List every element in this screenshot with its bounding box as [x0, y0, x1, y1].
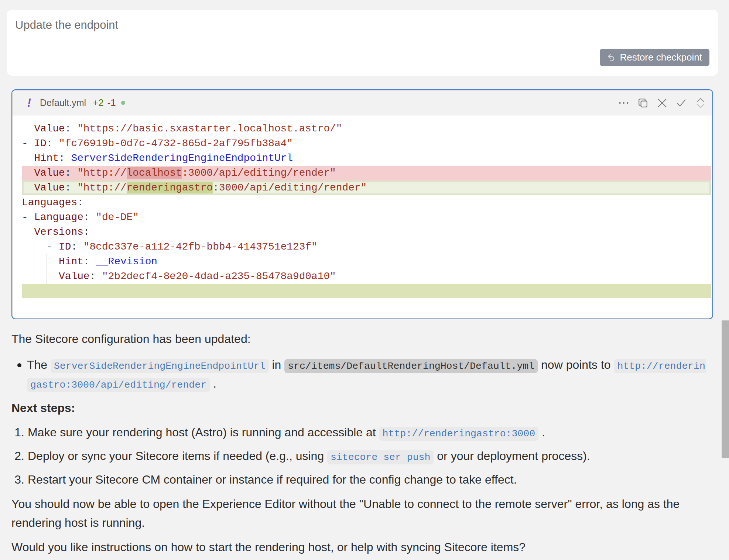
code-token: Versions	[34, 226, 83, 238]
indent-guide	[47, 269, 47, 284]
code-token: :3000/api/editing/render"	[182, 167, 336, 179]
code-line: - ID: "8cdc337e-a112-42fb-bbb4-4143751e1…	[22, 240, 711, 254]
code-token: :	[83, 256, 96, 267]
inline-code: http://renderingastro:3000	[379, 427, 538, 441]
text-run: Next steps:	[11, 401, 75, 415]
code-token: localhost	[127, 167, 182, 179]
code-token	[22, 271, 59, 282]
code-token: :	[59, 152, 71, 164]
indent-guide	[22, 269, 22, 284]
diff-toolbar	[617, 96, 707, 110]
code-token: "de-DE"	[96, 212, 139, 223]
ellipsis-icon	[617, 96, 630, 110]
code-token: Value	[34, 167, 65, 179]
close-icon	[656, 96, 669, 110]
code-token: "2b2decf4-8e20-4dad-a235-85478a9d0a10"	[102, 271, 336, 282]
indent-guide	[34, 269, 34, 284]
indent-guide	[34, 254, 34, 269]
response-paragraph: Would you like instructions on how to st…	[11, 538, 725, 557]
text-run: Restart your Sitecore CM container or in…	[28, 473, 517, 486]
code-token	[22, 182, 34, 193]
indent-guide	[22, 121, 22, 136]
inline-code-filepath[interactable]: src/items/DefaultRenderingHost/Default.y…	[284, 359, 538, 373]
code-token: :	[83, 226, 90, 238]
code-token	[22, 123, 34, 134]
discard-button[interactable]	[656, 96, 669, 110]
keep-button[interactable]	[675, 96, 688, 110]
copy-button[interactable]	[636, 96, 650, 110]
diff-deletions: -1	[107, 97, 116, 109]
code-token: :	[65, 123, 77, 134]
more-actions-button[interactable]	[617, 96, 630, 110]
code-token: Value	[34, 123, 65, 134]
list-number: 1.	[11, 423, 24, 442]
inline-code: http://renderin	[614, 359, 706, 373]
code-token: Value	[59, 271, 89, 282]
code-token: :	[71, 241, 83, 252]
code-token: Hint	[59, 256, 83, 267]
list-item: The ServerSideRenderingEngineEndpointUrl…	[11, 355, 725, 393]
code-line: Value: "2b2decf4-8e20-4dad-a235-85478a9d…	[22, 269, 711, 284]
code-token: -	[22, 241, 59, 252]
unsaved-dot-icon	[121, 101, 125, 105]
text-run: The	[27, 358, 51, 371]
copy-icon	[636, 96, 650, 110]
user-message-card[interactable]: Update the endpoint Restore checkpoint	[7, 10, 718, 76]
response-paragraph: You should now be able to open the Exper…	[11, 495, 725, 532]
code-token: ID	[34, 138, 46, 149]
indent-guide	[22, 225, 22, 240]
list-item: 3.Restart your Sitecore CM container or …	[11, 470, 725, 489]
code-token: "http://	[77, 182, 126, 193]
list-number: 3.	[11, 470, 24, 489]
assistant-response: The Sitecore configuration has been upda…	[11, 319, 725, 557]
user-message-text: Update the endpoint	[15, 18, 118, 32]
code-token: :	[47, 138, 59, 149]
numbered-list: 1.Make sure your rendering host (Astro) …	[11, 423, 725, 489]
code-editor[interactable]: Value: "https://basic.sxastarter.localho…	[13, 116, 711, 317]
code-token: :	[77, 197, 83, 208]
code-token: ID	[59, 241, 71, 252]
indent-guide	[34, 240, 34, 254]
text-run: You should now be able to open the Exper…	[11, 497, 680, 529]
code-token: :3000/api/editing/render"	[213, 182, 367, 193]
text-run: Would you like instructions on how to st…	[11, 540, 526, 554]
code-token	[22, 226, 34, 238]
code-token: Languages	[22, 197, 77, 208]
code-token	[22, 152, 34, 164]
expand-button[interactable]	[694, 96, 707, 110]
list-number: 2.	[11, 447, 24, 465]
response-paragraph: The Sitecore configuration has been upda…	[11, 330, 725, 348]
text-run: now points to	[538, 358, 614, 371]
code-token: "http://	[77, 167, 126, 179]
code-token: Hint	[34, 152, 59, 164]
text-run: Deploy or sync your Sitecore items if ne…	[28, 449, 327, 463]
scrollbar-thumb[interactable]	[722, 320, 729, 458]
code-token: "fc76919b-0d7c-4732-865d-2af795fb38a4"	[59, 138, 293, 149]
diff-filename: Default.yml	[40, 97, 86, 108]
text-run: .	[538, 426, 545, 439]
indent-guide	[22, 151, 22, 166]
code-token: :	[65, 167, 77, 179]
code-token: :	[90, 271, 102, 282]
code-line: Hint: __Revision	[22, 254, 711, 269]
code-token: Value	[34, 182, 65, 193]
restore-checkpoint-label: Restore checkpoint	[620, 52, 702, 63]
check-icon	[675, 96, 688, 110]
inline-code: ServerSideRenderingEngineEndpointUrl	[51, 359, 269, 373]
indent-guide	[47, 254, 47, 269]
diff-panel: ! Default.yml +2 -1	[11, 89, 713, 319]
chevron-up-down-icon	[694, 96, 707, 110]
list-item: 1.Make sure your rendering host (Astro) …	[11, 423, 725, 442]
restore-checkpoint-button[interactable]: Restore checkpoint	[600, 49, 709, 66]
code-line: Value: "http://renderingastro:3000/api/e…	[22, 181, 711, 195]
code-token: :	[65, 182, 77, 193]
list-item: 2.Deploy or sync your Sitecore items if …	[11, 447, 725, 465]
indent-guide	[22, 181, 22, 195]
code-token: ServerSideRenderingEngineEndpointUrl	[71, 152, 293, 164]
code-line: - Language: "de-DE"	[22, 210, 711, 225]
code-token: renderingastro	[127, 182, 213, 193]
undo-icon	[606, 52, 616, 63]
code-line: Value: "http://localhost:3000/api/editin…	[22, 166, 711, 181]
inline-code: sitecore ser push	[327, 450, 434, 464]
modified-file-icon: !	[25, 96, 34, 110]
